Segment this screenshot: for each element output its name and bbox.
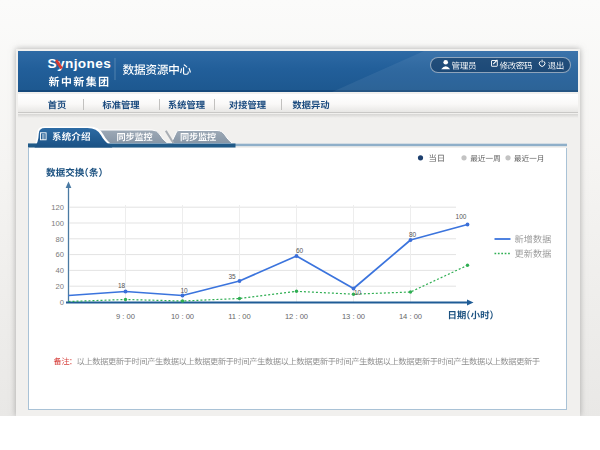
svg-text:40: 40 [56,266,64,275]
svg-text:80: 80 [56,235,64,244]
svg-text:60: 60 [296,247,304,254]
svg-text:14 : 00: 14 : 00 [399,312,422,321]
svg-text:11 : 00: 11 : 00 [228,312,251,321]
svg-text:60: 60 [56,250,64,259]
svg-text:9 : 00: 9 : 00 [116,312,135,321]
svg-text:10: 10 [180,287,188,294]
svg-text:13 : 00: 13 : 00 [342,312,365,321]
svg-text:100: 100 [456,213,467,220]
svg-text:20: 20 [56,282,64,291]
svg-text:10: 10 [354,289,362,296]
svg-text:18: 18 [118,282,126,289]
svg-text:10 : 00: 10 : 00 [171,312,194,321]
svg-text:12 : 00: 12 : 00 [285,312,308,321]
svg-text:0: 0 [60,298,64,307]
svg-text:120: 120 [51,203,64,212]
svg-text:80: 80 [409,231,417,238]
svg-text:100: 100 [51,219,64,228]
svg-text:35: 35 [228,273,236,280]
